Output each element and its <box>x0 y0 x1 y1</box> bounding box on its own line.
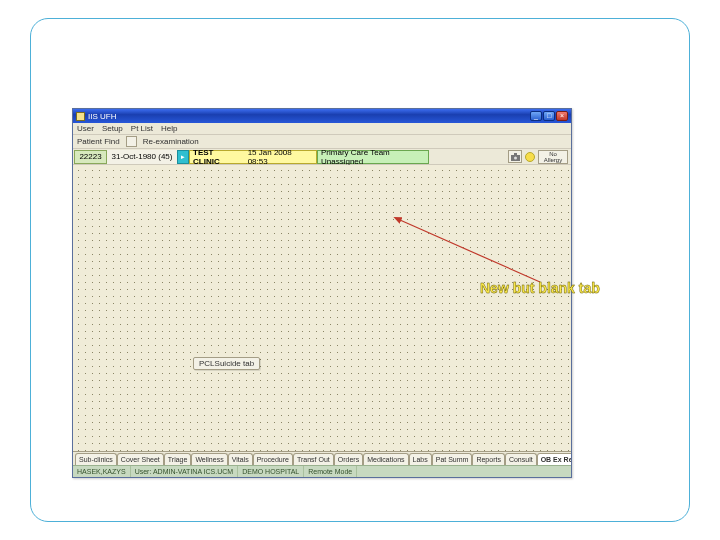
camera-icon <box>511 153 520 161</box>
tab-procedure[interactable]: Procedure <box>253 453 293 465</box>
menu-help[interactable]: Help <box>161 124 177 133</box>
annotation-text: New but blank tab <box>480 280 600 296</box>
clinic-name: TEST CLINIC <box>193 148 242 166</box>
status-hospital: DEMO HOSPITAL <box>238 466 304 477</box>
maximize-button[interactable]: □ <box>543 111 555 121</box>
window-title: IIS UFH <box>88 112 116 121</box>
status-mode: Remote Mode <box>304 466 357 477</box>
design-tab-label: PCLSuicide tab <box>199 359 254 368</box>
patient-find-button[interactable] <box>126 136 137 147</box>
patient-id: 22223 <box>79 152 101 161</box>
window-controls: _ □ × <box>530 111 568 121</box>
tab-medications[interactable]: Medications <box>363 453 408 465</box>
bulb-icon[interactable] <box>525 152 535 162</box>
svg-point-2 <box>514 156 517 159</box>
patient-find-label[interactable]: Patient Find <box>77 137 120 146</box>
status-patient: HASEK,KAZYS <box>73 466 131 477</box>
patient-dob-box: 31-Oct-1980 (45) <box>107 150 177 164</box>
status-bar: HASEK,KAZYS User: ADMIN-VATINA ICS.UCM D… <box>73 465 571 477</box>
pct-box[interactable]: Primary Care Team Unassigned <box>317 150 429 164</box>
reexam-label[interactable]: Re-examination <box>143 137 199 146</box>
tab-vitals[interactable]: Vitals <box>228 453 253 465</box>
work-area: PCLSuicide tab <box>73 165 571 451</box>
status-user: User: ADMIN-VATINA ICS.UCM <box>131 466 239 477</box>
play-button[interactable]: ▸ <box>177 150 189 164</box>
tab-cover-sheet[interactable]: Cover Sheet <box>117 453 164 465</box>
tab-pat-summ[interactable]: Pat Summ <box>432 453 473 465</box>
menu-ptlist[interactable]: Pt List <box>131 124 153 133</box>
tab-sub-clinics[interactable]: Sub-clinics <box>75 453 117 465</box>
design-tab-placeholder[interactable]: PCLSuicide tab <box>193 357 260 370</box>
menu-setup[interactable]: Setup <box>102 124 123 133</box>
app-icon <box>76 112 85 121</box>
tab-ob-ex-record[interactable]: OB Ex Record <box>537 453 571 465</box>
clinic-datetime: 15 Jan 2008 08:53 <box>248 148 313 166</box>
patient-info-row: 22223 31-Oct-1980 (45) ▸ TEST CLINIC 15 … <box>73 149 571 165</box>
minimize-button[interactable]: _ <box>530 111 542 121</box>
tab-orders[interactable]: Orders <box>334 453 363 465</box>
patient-dob: 31-Oct-1980 (45) <box>112 152 173 161</box>
tab-consult[interactable]: Consult <box>505 453 537 465</box>
tab-reports[interactable]: Reports <box>472 453 505 465</box>
titlebar: IIS UFH _ □ × <box>73 109 571 123</box>
clinic-box[interactable]: TEST CLINIC 15 Jan 2008 08:53 <box>189 150 317 164</box>
allergy-box[interactable]: No Allergy <box>538 150 568 164</box>
close-button[interactable]: × <box>556 111 568 121</box>
svg-rect-1 <box>514 153 517 155</box>
pct-label: Primary Care Team Unassigned <box>321 148 425 166</box>
tab-labs[interactable]: Labs <box>409 453 432 465</box>
tab-triage[interactable]: Triage <box>164 453 192 465</box>
menu-user[interactable]: User <box>77 124 94 133</box>
camera-button[interactable] <box>508 150 522 163</box>
patient-id-box[interactable]: 22223 <box>74 150 107 164</box>
right-tools: No Allergy <box>508 150 571 164</box>
allergy-line2: Allergy <box>544 157 562 163</box>
menubar: User Setup Pt List Help <box>73 123 571 135</box>
tab-bar: Sub-clinicsCover SheetTriageWellnessVita… <box>73 451 571 465</box>
tab-wellness[interactable]: Wellness <box>191 453 227 465</box>
tab-transf-out[interactable]: Transf Out <box>293 453 334 465</box>
